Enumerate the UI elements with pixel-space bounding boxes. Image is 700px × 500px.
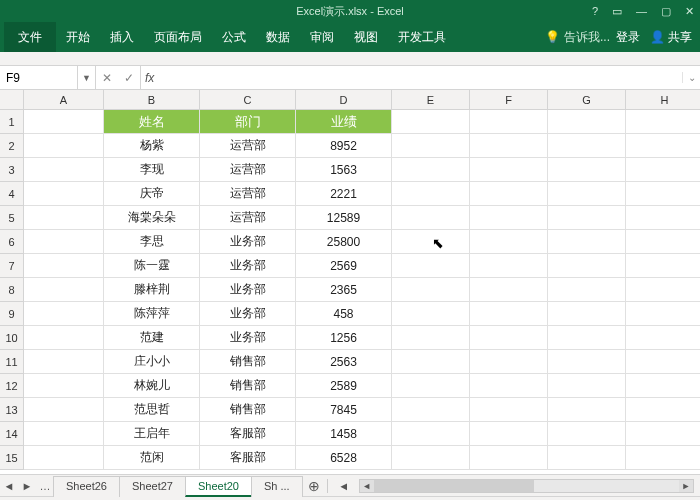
cell[interactable] xyxy=(392,398,470,422)
cell[interactable]: 业务部 xyxy=(200,302,296,326)
cell[interactable] xyxy=(548,422,626,446)
cell[interactable] xyxy=(470,230,548,254)
enter-icon[interactable]: ✓ xyxy=(118,71,140,85)
cell[interactable] xyxy=(24,422,104,446)
cell[interactable]: 陈一霆 xyxy=(104,254,200,278)
row-header-9[interactable]: 9 xyxy=(0,302,24,326)
cell[interactable]: 销售部 xyxy=(200,350,296,374)
hscroll-arrow-right-icon[interactable]: ► xyxy=(679,480,693,492)
cell[interactable] xyxy=(626,446,700,470)
hscroll-arrow-left-icon[interactable]: ◄ xyxy=(360,480,374,492)
cell[interactable] xyxy=(24,254,104,278)
cell[interactable]: 6528 xyxy=(296,446,392,470)
cell[interactable] xyxy=(470,374,548,398)
row-header-7[interactable]: 7 xyxy=(0,254,24,278)
cell[interactable]: 2563 xyxy=(296,350,392,374)
cell[interactable] xyxy=(626,278,700,302)
cell[interactable]: 姓名 xyxy=(104,110,200,134)
cell[interactable] xyxy=(548,398,626,422)
cell[interactable]: 业务部 xyxy=(200,326,296,350)
tab-插入[interactable]: 插入 xyxy=(100,22,144,52)
cell[interactable]: 林婉儿 xyxy=(104,374,200,398)
cell[interactable] xyxy=(24,326,104,350)
cell[interactable]: 范闲 xyxy=(104,446,200,470)
row-header-13[interactable]: 13 xyxy=(0,398,24,422)
cell[interactable] xyxy=(392,110,470,134)
cell[interactable]: 2569 xyxy=(296,254,392,278)
row-header-3[interactable]: 3 xyxy=(0,158,24,182)
cell[interactable]: 12589 xyxy=(296,206,392,230)
cell[interactable] xyxy=(626,422,700,446)
cell[interactable] xyxy=(392,326,470,350)
col-header-C[interactable]: C xyxy=(200,90,296,110)
cell[interactable]: 458 xyxy=(296,302,392,326)
row-header-4[interactable]: 4 xyxy=(0,182,24,206)
tab-file[interactable]: 文件 xyxy=(4,22,56,52)
cell[interactable] xyxy=(470,398,548,422)
cell[interactable] xyxy=(392,446,470,470)
row-header-12[interactable]: 12 xyxy=(0,374,24,398)
cell[interactable] xyxy=(470,422,548,446)
minimize-icon[interactable]: — xyxy=(636,5,647,18)
cell[interactable] xyxy=(548,446,626,470)
cell[interactable]: 2365 xyxy=(296,278,392,302)
sheet-nav-prev-icon[interactable]: ◄ xyxy=(0,480,18,492)
sheet-tab-Sheet27[interactable]: Sheet27 xyxy=(119,476,186,497)
cell[interactable] xyxy=(24,110,104,134)
hscroll-thumb[interactable] xyxy=(374,480,534,492)
add-sheet-button[interactable]: ⊕ xyxy=(303,478,325,494)
col-header-E[interactable]: E xyxy=(392,90,470,110)
ribbon-options-icon[interactable]: ▭ xyxy=(612,5,622,18)
maximize-icon[interactable]: ▢ xyxy=(661,5,671,18)
cell[interactable] xyxy=(24,206,104,230)
row-header-5[interactable]: 5 xyxy=(0,206,24,230)
cell[interactable] xyxy=(470,350,548,374)
cell[interactable] xyxy=(626,326,700,350)
name-box[interactable]: F9 xyxy=(0,66,78,89)
sheet-tab-Sh ...[interactable]: Sh ... xyxy=(251,476,303,497)
cell[interactable]: 杨紫 xyxy=(104,134,200,158)
cell[interactable] xyxy=(392,134,470,158)
cell[interactable] xyxy=(392,302,470,326)
cell[interactable]: 范思哲 xyxy=(104,398,200,422)
cell[interactable] xyxy=(626,398,700,422)
cell[interactable] xyxy=(392,422,470,446)
cell[interactable] xyxy=(548,374,626,398)
select-all-corner[interactable] xyxy=(0,90,24,110)
row-header-2[interactable]: 2 xyxy=(0,134,24,158)
sheet-nav-next-icon[interactable]: ► xyxy=(18,480,36,492)
cell[interactable] xyxy=(548,278,626,302)
cell[interactable]: 销售部 xyxy=(200,398,296,422)
cell[interactable]: 1563 xyxy=(296,158,392,182)
fx-label[interactable]: fx xyxy=(140,66,170,89)
col-header-F[interactable]: F xyxy=(470,90,548,110)
tab-公式[interactable]: 公式 xyxy=(212,22,256,52)
cell[interactable] xyxy=(470,206,548,230)
tab-页面布局[interactable]: 页面布局 xyxy=(144,22,212,52)
cell[interactable] xyxy=(626,374,700,398)
cell[interactable] xyxy=(548,254,626,278)
cancel-icon[interactable]: ✕ xyxy=(96,71,118,85)
cell[interactable]: 2589 xyxy=(296,374,392,398)
tab-视图[interactable]: 视图 xyxy=(344,22,388,52)
cell[interactable] xyxy=(24,374,104,398)
cell[interactable] xyxy=(470,182,548,206)
cell[interactable] xyxy=(548,302,626,326)
col-header-H[interactable]: H xyxy=(626,90,700,110)
cell[interactable]: 业绩 xyxy=(296,110,392,134)
cell[interactable]: 运营部 xyxy=(200,158,296,182)
cell[interactable]: 客服部 xyxy=(200,422,296,446)
cell[interactable] xyxy=(392,230,470,254)
cell[interactable]: 2221 xyxy=(296,182,392,206)
row-header-15[interactable]: 15 xyxy=(0,446,24,470)
cell[interactable] xyxy=(392,350,470,374)
cell[interactable] xyxy=(24,350,104,374)
cell[interactable]: 庆帝 xyxy=(104,182,200,206)
cell[interactable] xyxy=(548,326,626,350)
cell[interactable] xyxy=(24,446,104,470)
tab-审阅[interactable]: 审阅 xyxy=(300,22,344,52)
cell[interactable]: 李现 xyxy=(104,158,200,182)
hscroll-left-icon[interactable]: ◄ xyxy=(335,480,353,492)
cell[interactable] xyxy=(626,182,700,206)
sheet-tab-Sheet26[interactable]: Sheet26 xyxy=(53,476,120,497)
